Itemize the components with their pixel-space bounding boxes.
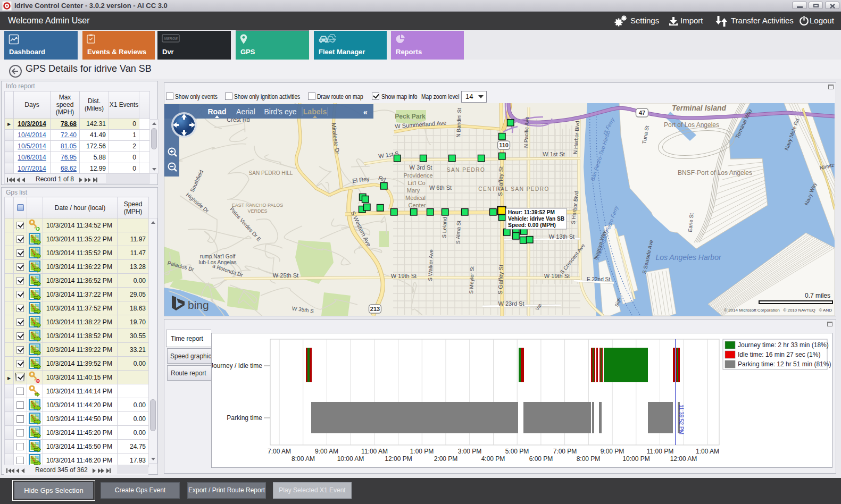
svg-text:W 13th St: W 13th St	[549, 233, 574, 240]
svg-text:Lit'l Co: Lit'l Co	[407, 180, 425, 186]
svg-text:0.7 miles: 0.7 miles	[805, 292, 830, 299]
svg-text:1:00 AM: 1:00 AM	[696, 448, 719, 455]
svg-text:12:00 AM: 12:00 AM	[670, 455, 697, 463]
svg-text:11:00 PM: 11:00 PM	[647, 448, 673, 455]
svg-text:BNSF-Port of Los Angeles: BNSF-Port of Los Angeles	[678, 169, 752, 177]
svg-text:SAN PEDRO: SAN PEDRO	[447, 167, 485, 173]
svg-text:S Meyler St: S Meyler St	[468, 266, 475, 294]
svg-text:Bird's eye: Bird's eye	[264, 107, 296, 116]
svg-text:6:00 PM: 6:00 PM	[529, 455, 553, 463]
svg-text:Journey / Idle time: Journey / Idle time	[212, 362, 262, 369]
svg-text:N Pacific Ave: N Pacific Ave	[523, 116, 530, 148]
svg-text:12:00 PM: 12:00 PM	[385, 455, 412, 463]
svg-text:11:39:52 PM: 11:39:52 PM	[678, 405, 684, 434]
svg-text:7:00 AM: 7:00 AM	[268, 448, 291, 455]
svg-text:10:00 PM: 10:00 PM	[622, 455, 650, 463]
svg-text:47: 47	[639, 110, 645, 116]
svg-text:3:00 PM: 3:00 PM	[458, 448, 482, 455]
svg-text:Aerial: Aerial	[236, 107, 255, 116]
svg-text:S Gaffey St: S Gaffey St	[497, 265, 504, 295]
svg-text:W 19th St: W 19th St	[391, 273, 417, 279]
svg-text:10:00 AM: 10:00 AM	[337, 455, 364, 463]
svg-text:CENTRAL SAN PEDRO: CENTRAL SAN PEDRO	[478, 186, 549, 192]
svg-text:Speed: 0.00 (MPH): Speed: 0.00 (MPH)	[508, 222, 556, 228]
svg-text:W 19th St: W 19th St	[544, 273, 570, 279]
svg-text:W 3rd St: W 3rd St	[410, 164, 432, 171]
svg-text:Peck Park: Peck Park	[395, 113, 426, 120]
svg-text:4:00 PM: 4:00 PM	[481, 455, 505, 463]
svg-text:E 22nd St: E 22nd St	[587, 276, 610, 282]
svg-text:8:00 AM: 8:00 AM	[292, 455, 315, 463]
svg-text:EAST RANCHO PALOS: EAST RANCHO PALOS	[232, 203, 284, 208]
svg-text:S Walker Ave: S Walker Ave	[427, 249, 434, 281]
svg-text:Parking time: 12 hr 51 min (81: Parking time: 12 hr 51 min (81%)	[738, 360, 831, 368]
svg-text:Hour: 11:39:52 PM: Hour: 11:39:52 PM	[508, 209, 555, 215]
svg-text:Terminal Island: Terminal Island	[672, 104, 727, 112]
svg-text:Center: Center	[408, 202, 426, 208]
svg-text:W 6th St: W 6th St	[429, 184, 452, 191]
svg-text:8:00 PM: 8:00 PM	[577, 455, 601, 463]
svg-text:110: 110	[499, 142, 509, 148]
svg-text:MERGE: MERGE	[164, 37, 178, 40]
svg-text:S Alma St: S Alma St	[455, 221, 462, 244]
svg-text:«: «	[363, 108, 368, 116]
svg-text:5:00 PM: 5:00 PM	[505, 448, 529, 455]
svg-text:© 2014 Microsoft Corporation: © 2014 Microsoft Corporation © 2010 NAVT…	[724, 308, 832, 313]
svg-text:213: 213	[370, 306, 380, 312]
svg-text:7:00 PM: 7:00 PM	[553, 448, 577, 455]
svg-text:Los Angeles Harbor: Los Angeles Harbor	[655, 253, 722, 262]
svg-text:1:00 PM: 1:00 PM	[410, 448, 434, 455]
svg-text:11:00 AM: 11:00 AM	[361, 448, 388, 455]
svg-text:W 23rd St: W 23rd St	[498, 300, 524, 307]
svg-text:Labels: Labels	[303, 107, 327, 116]
svg-text:W 1st St: W 1st St	[543, 151, 565, 157]
svg-text:Journey time: 2 hr 33 min (18%: Journey time: 2 hr 33 min (18%)	[738, 341, 829, 349]
svg-text:9:00 AM: 9:00 AM	[315, 448, 338, 455]
svg-text:Mary: Mary	[407, 187, 420, 194]
svg-text:N Bandini St: N Bandini St	[455, 108, 462, 138]
svg-text:VERDES: VERDES	[247, 208, 267, 214]
svg-text:Vehicle: idrive Van SB: Vehicle: idrive Van SB	[508, 215, 564, 222]
svg-text:Medical: Medical	[405, 195, 426, 201]
svg-text:Road: Road	[208, 107, 227, 116]
svg-text:2:00 PM: 2:00 PM	[434, 455, 458, 463]
svg-text:rump Nat'l Golf: rump Nat'l Golf	[200, 254, 236, 259]
svg-text:SAN PEDRO HILL: SAN PEDRO HILL	[249, 170, 293, 176]
svg-text:Parking time: Parking time	[227, 414, 262, 422]
svg-text:9:00 PM: 9:00 PM	[601, 448, 624, 455]
svg-text:S Gaffey St: S Gaffey St	[497, 166, 504, 196]
svg-text:S Leland: S Leland	[441, 217, 447, 238]
svg-text:Providence: Providence	[403, 172, 432, 179]
svg-text:Idle time: 16 min 27 sec (1%): Idle time: 16 min 27 sec (1%)	[738, 351, 820, 358]
svg-text:bing: bing	[188, 299, 209, 311]
svg-text:Port of Los Angeles: Port of Los Angeles	[664, 121, 719, 129]
svg-text:W 25th St: W 25th St	[273, 272, 298, 279]
